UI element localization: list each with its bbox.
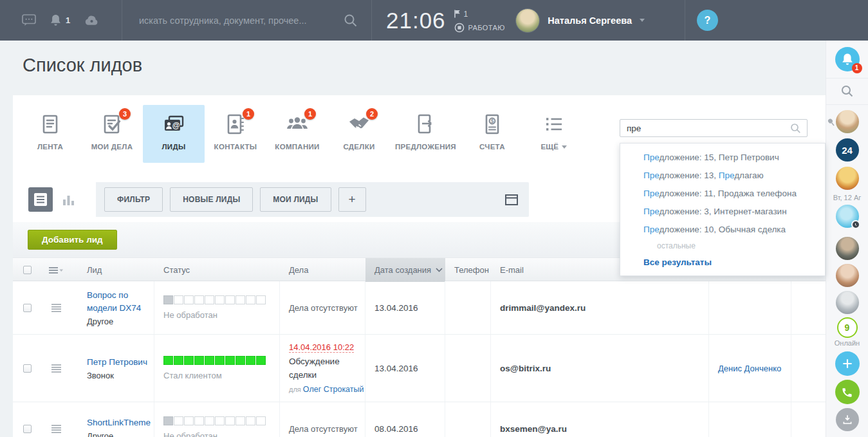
responsible-cell — [709, 402, 791, 437]
responsible-cell — [709, 281, 791, 334]
sidebar-search-button[interactable] — [840, 84, 855, 99]
cloud-icon[interactable] — [84, 15, 99, 26]
select-all-checkbox[interactable] — [23, 266, 32, 274]
deals-icon: 2 — [347, 113, 371, 136]
column-header-status[interactable]: Статус — [154, 265, 280, 275]
feed-icon — [39, 113, 62, 136]
row-checkbox[interactable] — [23, 364, 32, 373]
right-sidebar: 124Вт, 12 Аг9Онлайн — [826, 41, 868, 437]
activity-person-link[interactable]: Олег Строкатый — [303, 385, 364, 394]
preset-my-leads-button[interactable]: МОИ ЛИДЫ — [260, 187, 331, 212]
bitrix24-logo[interactable]: 24 — [836, 138, 859, 162]
tab-label-text: СДЕЛКИ — [343, 143, 374, 151]
tab-label: ЛЕНТА — [37, 143, 63, 151]
contact-avatar-cartoon[interactable] — [836, 167, 859, 190]
tab-more[interactable]: ЕЩЁ — [523, 105, 585, 163]
notifications-button[interactable]: 1 — [50, 14, 70, 26]
tab-badge: 3 — [119, 108, 131, 120]
search-suggestion[interactable]: Предложение: 10, Обычная сделка — [620, 221, 825, 239]
search-suggestion[interactable]: Предложение: 13, Предлагаю — [620, 167, 825, 185]
online-counter[interactable]: 9 — [837, 317, 858, 338]
preset-new-leads-button[interactable]: НОВЫЕ ЛИДЫ — [170, 187, 253, 212]
row-menu-button[interactable] — [41, 281, 71, 334]
column-header-created-sorted[interactable]: Дата создания — [365, 258, 445, 282]
user-menu[interactable]: Наталья Сергеева — [515, 0, 685, 41]
flag-counter[interactable]: 1 — [454, 10, 505, 19]
list-view-toggle[interactable] — [28, 187, 53, 212]
contact-avatar-man2[interactable] — [836, 264, 859, 287]
page-title: Список лидов — [23, 55, 142, 76]
status-label: Не обработан — [163, 310, 273, 320]
search-icon — [840, 84, 854, 98]
responsible-link[interactable]: Денис Донченко — [718, 364, 784, 373]
row-checkbox[interactable] — [23, 304, 32, 312]
activity-date-link[interactable]: 14.04.2016 10:22 — [289, 342, 354, 353]
search-suggestion[interactable]: Предложение: 15, Петр Петрович — [620, 149, 825, 167]
notification-badge: 1 — [852, 63, 862, 73]
contact-avatar-woman[interactable] — [836, 110, 859, 133]
row-menu-button[interactable] — [41, 335, 71, 402]
invite-button[interactable] — [835, 351, 860, 376]
chart-view-toggle[interactable] — [62, 194, 75, 205]
tab-label: МОИ ДЕЛА — [91, 143, 133, 151]
add-lead-button[interactable]: Добавить лид — [28, 230, 117, 250]
lead-link[interactable]: ShortLinkTheme — [87, 416, 147, 429]
global-search[interactable]: искать сотрудника, документ, прочее... — [122, 0, 372, 41]
call-button[interactable] — [835, 380, 860, 404]
email-cell: os@bitrix.ru — [491, 335, 709, 402]
row-checkbox-cell — [13, 281, 41, 334]
email: os@bitrix.ru — [500, 364, 702, 373]
sidebar-notifications-button[interactable]: 1 — [835, 47, 860, 71]
grid-settings-button[interactable] — [505, 194, 518, 205]
lead-cell: Вопрос по модели DX74Другое — [71, 281, 154, 334]
content-card: ЛЕНТА3МОИ ДЕЛА@ЛИДЫ1КОНТАКТЫ1КОМПАНИИ2СД… — [13, 95, 826, 437]
download-button[interactable] — [836, 408, 859, 431]
row-checkbox[interactable] — [23, 425, 32, 433]
search-suggestion[interactable]: Предложение: 11, Продажа телефона — [620, 185, 825, 203]
tab-tasks[interactable]: 3МОИ ДЕЛА — [81, 105, 143, 163]
crm-search-input[interactable] — [620, 119, 808, 137]
column-header-lead[interactable]: Лид — [71, 265, 154, 275]
tab-badge: 2 — [366, 108, 378, 120]
tab-deals[interactable]: 2СДЕЛКИ — [328, 105, 390, 163]
column-header-phone[interactable]: Телефон — [445, 265, 491, 275]
lead-link[interactable]: Петр Петрович — [87, 356, 147, 369]
work-status-toggle[interactable]: РАБОТАЮ — [454, 23, 505, 33]
header-menu-button[interactable] — [41, 266, 71, 274]
phone-cell — [445, 402, 491, 437]
contact-avatar-man1[interactable] — [836, 237, 859, 260]
table-row: Вопрос по модели DX74ДругоеНе обработанД… — [13, 281, 826, 335]
suggestions-more-label: остальные — [620, 239, 825, 254]
phone-cell — [445, 281, 491, 334]
filter-bar: ФИЛЬТРНОВЫЕ ЛИДЫМОИ ЛИДЫ+ — [23, 182, 529, 217]
phone-icon — [841, 386, 853, 398]
created-date: 13.04.2016 — [374, 364, 438, 373]
tab-leads[interactable]: @ЛИДЫ — [143, 105, 205, 163]
pin-icon — [825, 116, 836, 128]
chat-icon[interactable] — [22, 14, 36, 26]
contacts-icon: 1 — [224, 113, 247, 136]
status-bar — [163, 356, 273, 365]
created-date: 13.04.2016 — [374, 303, 438, 313]
tab-label-text: ЛИДЫ — [162, 143, 186, 151]
lead-link[interactable]: Вопрос по модели DX74 — [87, 289, 147, 315]
help-button[interactable]: ? — [697, 10, 718, 31]
tab-quotes[interactable]: ПРЕДЛОЖЕНИЯ — [390, 105, 461, 163]
tab-label: СДЕЛКИ — [343, 143, 374, 151]
all-results-link[interactable]: Все результаты — [620, 254, 825, 273]
status-label: Не обработан — [163, 431, 273, 437]
activity-empty: Дела отсутствуют — [289, 424, 358, 434]
tab-feed[interactable]: ЛЕНТА — [19, 105, 81, 163]
search-suggestions-dropdown: Предложение: 15, Петр ПетровичПредложени… — [620, 143, 826, 276]
tab-companies[interactable]: 1КОМПАНИИ — [266, 105, 328, 163]
row-menu-button[interactable] — [41, 402, 71, 437]
tab-contacts[interactable]: 1КОНТАКТЫ — [205, 105, 266, 163]
add-filter-preset-button[interactable]: + — [338, 187, 366, 212]
contact-avatar-man3[interactable] — [836, 291, 859, 314]
lead-cell: Петр ПетровичЗвонок — [71, 335, 154, 402]
column-header-activity[interactable]: Дела — [280, 265, 365, 275]
filter-button[interactable]: ФИЛЬТР — [104, 187, 163, 212]
search-suggestion[interactable]: Предложение: 3, Интернет-магазин — [620, 203, 825, 221]
contact-avatar-sticker[interactable] — [836, 205, 859, 228]
tab-invoices[interactable]: $СЧЕТА — [461, 105, 523, 163]
